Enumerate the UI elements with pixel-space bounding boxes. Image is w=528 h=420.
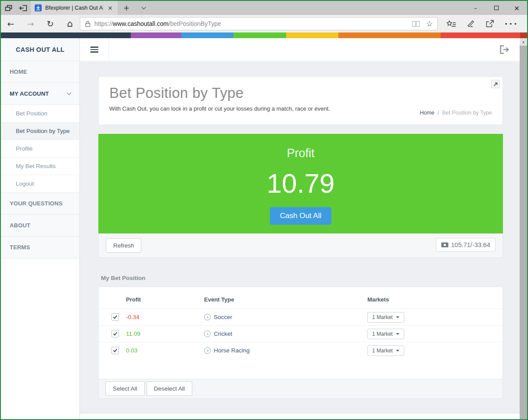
- logout-button[interactable]: [499, 45, 510, 54]
- profit-panel: Profit 10.79 Cash Out All: [98, 134, 503, 233]
- profit-panel-footer: Refresh 105.71/-33.64: [98, 233, 503, 258]
- sidebar-item-home[interactable]: HOME: [1, 61, 79, 83]
- share-icon[interactable]: [485, 20, 494, 28]
- tab-title: Bfexplorer | Cash Out Al: [45, 5, 103, 11]
- home-button[interactable]: ⌂: [60, 18, 80, 29]
- stripe-segment: [441, 32, 520, 38]
- event-type-cell: Cricket: [204, 330, 367, 337]
- forward-button[interactable]: →: [21, 19, 40, 29]
- row-checkbox[interactable]: [111, 330, 119, 337]
- sidebar-item-terms[interactable]: TERMS: [1, 237, 79, 258]
- event-type-label: Cricket: [214, 330, 232, 337]
- stripe-segment: [181, 32, 233, 38]
- tab-preview-button[interactable]: [1, 1, 16, 15]
- brand-logo[interactable]: CASH OUT ALL: [1, 38, 79, 61]
- sidebar-item-your-questions[interactable]: YOUR QUESTIONS: [1, 193, 79, 215]
- close-button[interactable]: ×: [506, 1, 527, 15]
- set-tabs-aside-button[interactable]: [16, 1, 31, 15]
- stripe-segment: [1, 32, 131, 38]
- browser-tab[interactable]: Bfexplorer | Cash Out Al ×: [31, 1, 118, 15]
- app-area: CASH OUT ALL HOME MY ACCOUNT Bet Positio…: [1, 38, 527, 419]
- url-scheme: https://: [94, 20, 113, 27]
- deselect-all-button[interactable]: Deselect All: [147, 381, 193, 396]
- more-options-icon[interactable]: •••: [504, 21, 518, 27]
- page-content: Bet Position by Type With Cash Out, you …: [80, 61, 520, 413]
- logout-icon: [499, 45, 510, 54]
- checkmark-icon: [113, 332, 118, 336]
- markets-label: 1 Market: [372, 314, 393, 320]
- hub-icon[interactable]: [446, 20, 456, 28]
- page-footer: [80, 413, 520, 419]
- sidebar-item-my-account[interactable]: MY ACCOUNT: [1, 83, 79, 105]
- arrow-up-right-icon: [493, 82, 498, 86]
- markets-dropdown[interactable]: 1 Market: [367, 329, 404, 339]
- url-text: https://www.cashoutall.com/betPositionBy…: [94, 20, 221, 27]
- table-row: -0.34 Soccer 1 Market: [99, 309, 503, 325]
- sidebar-item-bet-position-by-type[interactable]: Bet Position by Type: [1, 122, 79, 140]
- expand-panel-button[interactable]: [491, 80, 499, 88]
- url-path: /betPositionByType: [169, 20, 221, 27]
- breadcrumb-current: Bet Position by Type: [442, 110, 492, 116]
- stripe-segment: [233, 32, 286, 38]
- column-header-profit: Profit: [126, 296, 204, 303]
- profit-cell: 0.03: [126, 347, 204, 354]
- bet-position-table: Profit Event Type Markets -0.34: [98, 287, 503, 399]
- stripe-segment: [520, 32, 527, 38]
- set-tabs-aside-icon: [19, 5, 27, 11]
- table-row: 0.03 Horse Racing 1 Market: [99, 342, 503, 359]
- event-type-label: Soccer: [214, 314, 232, 320]
- annotate-pen-icon[interactable]: [467, 20, 475, 28]
- cash-out-all-button[interactable]: Cash Out All: [270, 207, 332, 225]
- money-icon: [441, 242, 449, 248]
- refresh-bets-button[interactable]: Refresh: [106, 238, 141, 253]
- caret-down-icon: [396, 316, 399, 318]
- profit-cell: 11.09: [126, 330, 204, 337]
- tab-list-button[interactable]: [135, 1, 152, 15]
- menu-toggle-button[interactable]: [80, 38, 109, 61]
- markets-dropdown[interactable]: 1 Market: [367, 345, 404, 356]
- row-checkbox[interactable]: [111, 347, 119, 354]
- caret-down-icon: [396, 350, 399, 352]
- scroll-up-arrow[interactable]: ∧: [520, 38, 527, 46]
- maximize-button[interactable]: [486, 1, 506, 15]
- circle-chevron-icon: [204, 330, 211, 337]
- table-row: 11.09 Cricket 1 Market: [99, 325, 503, 342]
- browser-toolbar: ← → ↻ ⌂ https://www.cashoutall.com/betPo…: [1, 15, 527, 32]
- new-tab-button[interactable]: +: [118, 1, 135, 15]
- reading-view-icon[interactable]: [412, 21, 420, 27]
- markets-dropdown[interactable]: 1 Market: [367, 312, 404, 323]
- bfexplorer-favicon: [35, 4, 42, 11]
- chevron-down-icon: [141, 5, 146, 10]
- breadcrumb-home-link[interactable]: Home: [420, 110, 434, 116]
- column-header-event-type: Event Type: [204, 296, 367, 303]
- accent-stripe: [1, 32, 527, 38]
- circle-chevron-icon: [204, 347, 211, 354]
- sidebar-item-my-bet-results[interactable]: My Bet Results: [1, 158, 79, 175]
- refresh-button[interactable]: ↻: [40, 19, 60, 29]
- select-all-button[interactable]: Select All: [105, 381, 145, 396]
- main-area: Bet Position by Type With Cash Out, you …: [80, 38, 520, 419]
- page-header-card: Bet Position by Type With Cash Out, you …: [98, 76, 503, 125]
- profit-label: Profit: [98, 147, 503, 160]
- scrollbar[interactable]: ∧: [520, 38, 527, 419]
- sidebar-item-profile[interactable]: Profile: [1, 140, 79, 158]
- sidebar-item-bet-position[interactable]: Bet Position: [1, 105, 79, 122]
- browser-window: Bfexplorer | Cash Out Al × + – × ← → ↻ ⌂…: [0, 0, 528, 420]
- profit-cell: -0.34: [126, 314, 204, 320]
- back-button[interactable]: ←: [1, 19, 21, 29]
- favorite-star-icon[interactable]: ☆: [426, 19, 433, 28]
- event-type-cell: Soccer: [204, 314, 367, 320]
- stripe-segment: [338, 32, 441, 38]
- sidebar-item-about[interactable]: ABOUT: [1, 215, 79, 237]
- circle-chevron-icon: [204, 314, 211, 320]
- minimize-button[interactable]: –: [465, 1, 486, 15]
- sidebar-item-logout[interactable]: Logout: [1, 175, 79, 193]
- balance-value: 105.71/-33.64: [451, 241, 491, 248]
- title-bar: Bfexplorer | Cash Out Al × + – ×: [1, 1, 527, 15]
- page-title: Bet Position by Type: [109, 85, 492, 101]
- address-bar[interactable]: https://www.cashoutall.com/betPositionBy…: [80, 17, 438, 30]
- tab-close-icon[interactable]: ×: [107, 4, 114, 11]
- sidebar: CASH OUT ALL HOME MY ACCOUNT Bet Positio…: [1, 38, 80, 419]
- maximize-icon: [494, 6, 499, 10]
- row-checkbox[interactable]: [111, 313, 119, 321]
